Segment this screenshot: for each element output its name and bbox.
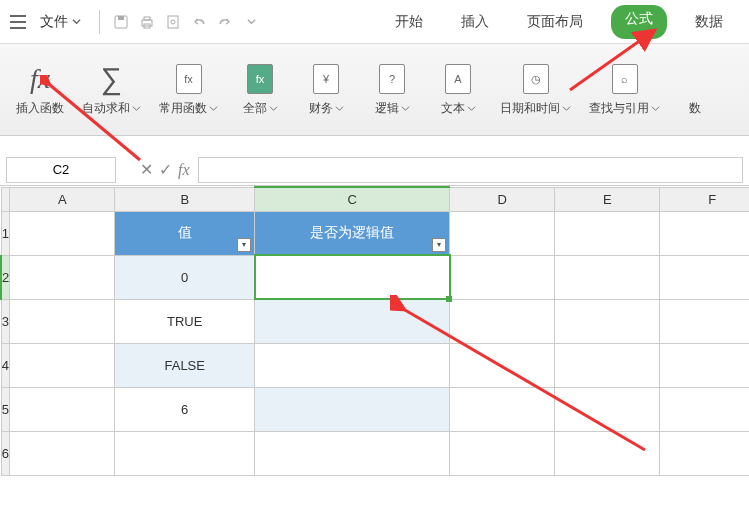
cell-a4[interactable] <box>10 343 115 387</box>
formula-input[interactable] <box>198 157 743 183</box>
cell-b4[interactable]: FALSE <box>115 343 255 387</box>
datetime-fn-label: 日期和时间 <box>500 100 560 117</box>
row-header-4[interactable]: 4 <box>1 343 10 387</box>
col-header-f[interactable]: F <box>660 187 749 211</box>
cell-e5[interactable] <box>555 387 660 431</box>
cell-d1[interactable] <box>450 211 555 255</box>
ribbon-tabs: 开始 插入 页面布局 公式 数据 <box>385 5 741 39</box>
cell-e3[interactable] <box>555 299 660 343</box>
cell-d3[interactable] <box>450 299 555 343</box>
svg-rect-5 <box>168 16 178 28</box>
cell-d2[interactable] <box>450 255 555 299</box>
cell-c2[interactable] <box>255 255 450 299</box>
cell-f4[interactable] <box>660 343 749 387</box>
qat-dropdown-icon[interactable] <box>240 11 262 33</box>
cell-e6[interactable] <box>555 431 660 475</box>
name-box[interactable]: C2 <box>6 157 116 183</box>
col-header-c[interactable]: C <box>255 187 450 211</box>
insert-function-label: 插入函数 <box>16 100 64 117</box>
text-fn-button[interactable]: A 文本 <box>428 58 488 121</box>
autosum-button[interactable]: ∑ 自动求和 <box>76 58 147 121</box>
menubar: 文件 开始 插入 页面布局 公式 数据 <box>0 0 749 44</box>
math-fn-label: 数 <box>689 100 701 117</box>
row-header-5[interactable]: 5 <box>1 387 10 431</box>
cell-f5[interactable] <box>660 387 749 431</box>
svg-rect-3 <box>144 17 150 20</box>
print-icon[interactable] <box>136 11 158 33</box>
filter-button-b[interactable]: ▾ <box>237 238 251 252</box>
preview-icon[interactable] <box>162 11 184 33</box>
sigma-icon: ∑ <box>95 62 129 96</box>
cell-a3[interactable] <box>10 299 115 343</box>
finance-fn-button[interactable]: ¥ 财务 <box>296 58 356 121</box>
col-header-d[interactable]: D <box>450 187 555 211</box>
cell-c6[interactable] <box>255 431 450 475</box>
hamburger-icon[interactable] <box>8 12 28 32</box>
cell-f6[interactable] <box>660 431 749 475</box>
spreadsheet-grid[interactable]: A B C D E F 1 值▾ 是否为逻辑值▾ 2 0 3 TRUE 4 FA… <box>0 186 749 476</box>
cell-e4[interactable] <box>555 343 660 387</box>
logic-fn-label: 逻辑 <box>375 100 399 117</box>
select-all-corner[interactable] <box>1 187 10 211</box>
cell-c1[interactable]: 是否为逻辑值▾ <box>255 211 450 255</box>
cell-e1[interactable] <box>555 211 660 255</box>
row-header-2[interactable]: 2 <box>1 255 10 299</box>
row-header-6[interactable]: 6 <box>1 431 10 475</box>
confirm-icon[interactable]: ✓ <box>159 160 172 179</box>
cell-d5[interactable] <box>450 387 555 431</box>
col-header-b[interactable]: B <box>115 187 255 211</box>
fx-small-icon[interactable]: fx <box>178 161 190 179</box>
cell-d4[interactable] <box>450 343 555 387</box>
cell-a6[interactable] <box>10 431 115 475</box>
row-header-1[interactable]: 1 <box>1 211 10 255</box>
math-fn-button[interactable]: 数 <box>672 58 718 121</box>
common-fn-button[interactable]: fx 常用函数 <box>153 58 224 121</box>
cell-a2[interactable] <box>10 255 115 299</box>
divider <box>99 10 100 34</box>
svg-point-6 <box>171 20 175 24</box>
cell-b3[interactable]: TRUE <box>115 299 255 343</box>
cell-c4[interactable] <box>255 343 450 387</box>
filter-button-c[interactable]: ▾ <box>432 238 446 252</box>
cell-e2[interactable] <box>555 255 660 299</box>
lookup-fn-icon: ⌕ <box>608 62 642 96</box>
datetime-fn-button[interactable]: ◷ 日期和时间 <box>494 58 577 121</box>
cell-a1[interactable] <box>10 211 115 255</box>
save-icon[interactable] <box>110 11 132 33</box>
cell-c3[interactable] <box>255 299 450 343</box>
cancel-icon[interactable]: ✕ <box>140 160 153 179</box>
cell-f2[interactable] <box>660 255 749 299</box>
cell-b2[interactable]: 0 <box>115 255 255 299</box>
logic-fn-button[interactable]: ? 逻辑 <box>362 58 422 121</box>
tab-data[interactable]: 数据 <box>685 5 733 39</box>
insert-function-button[interactable]: fx 插入函数 <box>10 58 70 121</box>
tab-layout[interactable]: 页面布局 <box>517 5 593 39</box>
cell-f1[interactable] <box>660 211 749 255</box>
cell-b1[interactable]: 值▾ <box>115 211 255 255</box>
cell-a5[interactable] <box>10 387 115 431</box>
cell-b6[interactable] <box>115 431 255 475</box>
all-fn-icon: fx <box>243 62 277 96</box>
finance-fn-icon: ¥ <box>309 62 343 96</box>
tab-formula[interactable]: 公式 <box>611 5 667 39</box>
col-header-a[interactable]: A <box>10 187 115 211</box>
tab-insert[interactable]: 插入 <box>451 5 499 39</box>
datetime-fn-icon: ◷ <box>519 62 553 96</box>
file-menu[interactable]: 文件 <box>32 9 89 35</box>
col-header-e[interactable]: E <box>555 187 660 211</box>
undo-icon[interactable] <box>188 11 210 33</box>
cell-c5[interactable] <box>255 387 450 431</box>
row-header-3[interactable]: 3 <box>1 299 10 343</box>
redo-icon[interactable] <box>214 11 236 33</box>
autosum-label: 自动求和 <box>82 100 130 117</box>
cell-d6[interactable] <box>450 431 555 475</box>
cell-b5[interactable]: 6 <box>115 387 255 431</box>
all-fn-label: 全部 <box>243 100 267 117</box>
svg-rect-1 <box>118 16 124 20</box>
all-fn-button[interactable]: fx 全部 <box>230 58 290 121</box>
tab-start[interactable]: 开始 <box>385 5 433 39</box>
lookup-fn-button[interactable]: ⌕ 查找与引用 <box>583 58 666 121</box>
ribbon: fx 插入函数 ∑ 自动求和 fx 常用函数 fx 全部 ¥ 财务 ? 逻辑 A… <box>0 44 749 136</box>
common-fn-icon: fx <box>172 62 206 96</box>
cell-f3[interactable] <box>660 299 749 343</box>
